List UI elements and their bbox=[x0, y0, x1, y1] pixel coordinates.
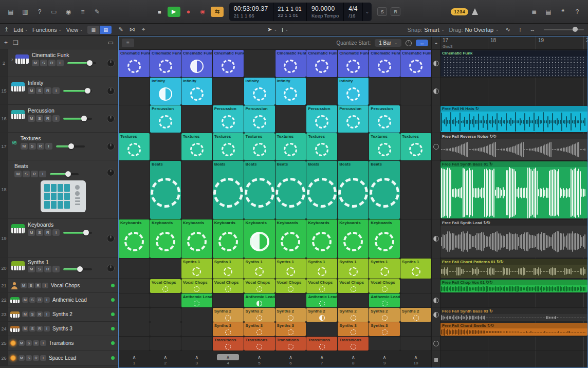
loop-cell[interactable]: Synths 2 bbox=[369, 308, 400, 322]
library-icon[interactable]: ▤ bbox=[5, 7, 16, 17]
loop-cell[interactable]: Percussion bbox=[369, 105, 400, 133]
tracks-view-icon[interactable]: ▤ bbox=[100, 26, 112, 34]
loop-cell[interactable]: Percussion bbox=[338, 105, 369, 133]
region[interactable]: Free Fall Synth Lead ↻↻ bbox=[440, 220, 587, 257]
empty-cell[interactable] bbox=[400, 219, 431, 258]
empty-cell[interactable] bbox=[400, 161, 431, 219]
loop-cell[interactable]: Cinematic Funk bbox=[213, 50, 244, 77]
zoom-slider[interactable] bbox=[544, 29, 584, 30]
loop-cell[interactable]: Transitions bbox=[213, 337, 244, 351]
mute-button[interactable]: M bbox=[28, 266, 35, 272]
loop-cell[interactable]: Synths 2 bbox=[275, 308, 306, 322]
loop-cell[interactable]: Percussion bbox=[213, 105, 244, 133]
mute-button[interactable]: M bbox=[22, 297, 28, 303]
empty-cell[interactable] bbox=[400, 337, 431, 351]
loop-cell[interactable]: Cinematic Funk bbox=[369, 50, 400, 77]
input-monitor-dot[interactable] bbox=[111, 312, 115, 316]
loop-cell[interactable]: Beats bbox=[275, 161, 306, 219]
horizontal-zoom-icon[interactable]: ↔ bbox=[528, 26, 537, 33]
volume-slider[interactable] bbox=[67, 62, 96, 64]
mute-button[interactable]: M bbox=[22, 311, 28, 317]
functions-menu[interactable]: Functions⌄ bbox=[32, 27, 62, 33]
input-monitor-button[interactable]: I bbox=[39, 171, 46, 177]
empty-cell[interactable] bbox=[150, 259, 181, 279]
solo-button[interactable]: S bbox=[36, 266, 43, 272]
loop-cell[interactable]: Keyboards bbox=[181, 219, 212, 258]
region[interactable]: Free Fall Synth Bass 01 ↻ bbox=[440, 161, 587, 218]
back-to-arrangement-icon[interactable]: ↥ bbox=[4, 26, 9, 33]
zoom-slider-knob[interactable] bbox=[573, 27, 578, 32]
region[interactable]: Free Fall Reverse Noise ↻↻ bbox=[440, 134, 587, 160]
loop-cell[interactable]: Keyboards bbox=[150, 219, 181, 258]
empty-cell[interactable] bbox=[400, 279, 431, 293]
loop-cell[interactable]: Beats bbox=[150, 161, 181, 219]
mute-button[interactable]: M bbox=[19, 355, 25, 361]
loop-cell[interactable]: Infinity bbox=[150, 78, 181, 105]
scene-trigger[interactable]: ∧4 bbox=[213, 354, 244, 365]
replace-button[interactable]: R bbox=[391, 7, 400, 16]
grid-fullscreen-toggle[interactable]: ↔ bbox=[416, 40, 428, 46]
solo-button[interactable]: S bbox=[23, 171, 30, 177]
empty-cell[interactable] bbox=[181, 322, 212, 336]
loop-cell[interactable]: Anthemic Lead bbox=[244, 293, 275, 307]
record-button[interactable]: ● bbox=[182, 7, 195, 17]
loop-cell[interactable]: Synths 1 bbox=[306, 259, 337, 279]
loop-cell[interactable]: Infinity bbox=[244, 78, 275, 105]
record-arm-button[interactable]: R bbox=[44, 266, 51, 272]
toolbar-icon[interactable]: ▭ bbox=[48, 7, 60, 17]
region[interactable]: Free Fall Chord Patterns 01 ↻↻ bbox=[440, 259, 587, 278]
track-header[interactable]: 21MSRIVocal Chops bbox=[0, 279, 118, 293]
empty-cell[interactable] bbox=[275, 105, 306, 133]
empty-cell[interactable] bbox=[400, 105, 431, 133]
volume-slider[interactable] bbox=[63, 232, 92, 234]
scene-trigger[interactable]: ∧1 bbox=[119, 354, 150, 365]
scene-menu-button[interactable]: ≡ bbox=[122, 39, 134, 47]
region[interactable]: Free Fall Hi Hats ↻ bbox=[440, 106, 587, 132]
loop-cell[interactable]: Synths 1 bbox=[181, 259, 212, 279]
loop-cell[interactable]: Infinity bbox=[275, 78, 306, 105]
input-monitor-dot[interactable] bbox=[111, 341, 115, 345]
solo-button[interactable]: S bbox=[40, 60, 47, 66]
solo-button[interactable]: S bbox=[36, 87, 43, 94]
empty-cell[interactable] bbox=[119, 161, 150, 219]
loop-cell[interactable]: Vocal Chops bbox=[244, 279, 275, 293]
loop-cell[interactable]: Percussion bbox=[150, 105, 181, 133]
empty-cell[interactable] bbox=[369, 337, 400, 351]
loop-cell[interactable]: Vocal Chops bbox=[338, 279, 369, 293]
loop-cell[interactable]: Anthemic Lead bbox=[306, 293, 337, 307]
empty-cell[interactable] bbox=[150, 322, 181, 336]
count-in-button[interactable]: 1234 bbox=[451, 8, 468, 15]
region[interactable]: Free Fall Chord Swells ↻↻ bbox=[440, 323, 587, 336]
volume-slider-knob[interactable] bbox=[68, 143, 74, 149]
empty-cell[interactable] bbox=[181, 105, 212, 133]
track-header[interactable]: 19KeyboardsMSRI bbox=[0, 219, 118, 258]
empty-cell[interactable] bbox=[400, 322, 431, 336]
scene-trigger[interactable]: ∧7 bbox=[306, 354, 337, 365]
record-arm-button[interactable]: R bbox=[44, 87, 51, 94]
cell-playback-toggle[interactable] bbox=[433, 341, 439, 346]
loop-cell[interactable]: Cinematic Funk bbox=[275, 50, 306, 77]
empty-cell[interactable] bbox=[119, 259, 150, 279]
editors-icon[interactable]: ✎ bbox=[91, 7, 103, 17]
loop-cell[interactable]: Synths 1 bbox=[275, 259, 306, 279]
record-arm-button[interactable]: R bbox=[36, 326, 43, 332]
empty-cell[interactable] bbox=[119, 78, 150, 105]
empty-cell[interactable] bbox=[338, 293, 369, 307]
mute-button[interactable]: M bbox=[19, 340, 25, 346]
record-arm-button[interactable]: R bbox=[48, 60, 56, 66]
scene-trigger[interactable]: ∧5 bbox=[244, 354, 275, 365]
record-arm-button[interactable]: R bbox=[44, 115, 51, 122]
record-arm-button[interactable]: R bbox=[37, 143, 44, 150]
loop-cell[interactable]: Beats bbox=[369, 161, 400, 219]
scene-trigger[interactable]: ∧10 bbox=[400, 354, 431, 365]
loop-cell[interactable]: Synths 1 bbox=[369, 259, 400, 279]
solo-button[interactable]: S bbox=[26, 340, 32, 346]
pan-knob[interactable] bbox=[107, 59, 115, 67]
lcd-chevron-icon[interactable]: ⌄ bbox=[363, 3, 372, 21]
solo-button[interactable]: S bbox=[36, 115, 43, 122]
track-header[interactable]: 16PercussionMSRI bbox=[0, 105, 118, 133]
scene-trigger[interactable]: ∧8 bbox=[338, 354, 369, 365]
input-monitor-button[interactable]: I bbox=[44, 297, 50, 303]
volume-slider-knob[interactable] bbox=[87, 60, 93, 66]
loop-cell[interactable]: Anthemic Lead bbox=[369, 293, 400, 307]
